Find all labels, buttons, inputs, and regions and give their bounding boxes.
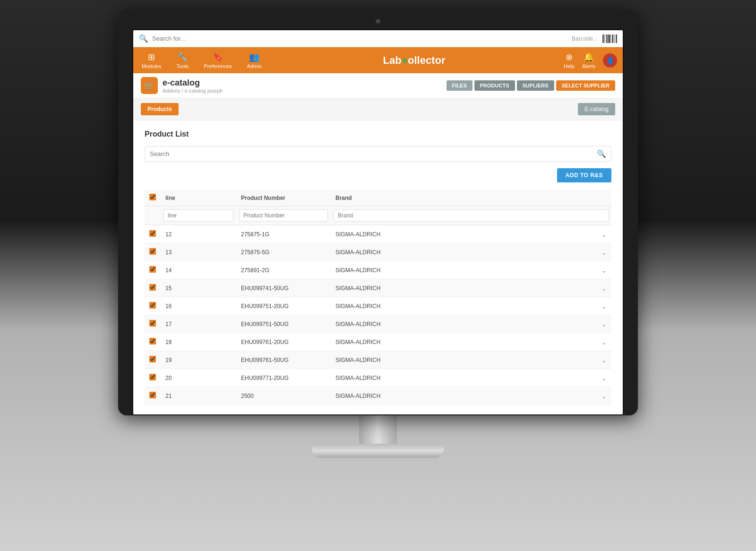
chevron-down-icon[interactable]: ⌄: [601, 284, 607, 292]
monitor-camera: [376, 19, 380, 24]
row-checkbox-5[interactable]: [149, 320, 156, 327]
row-expand-2[interactable]: ⌄: [596, 261, 611, 279]
row-product-number-1: 275875-5G: [236, 243, 331, 261]
select-all-checkbox[interactable]: [149, 194, 156, 200]
filter-line-cell: [161, 206, 236, 225]
page-header: 🛒 e-catalog Addons / e-catalog joseph FI…: [133, 73, 623, 98]
admin-icon: 👥: [249, 52, 259, 62]
table-row: 13 275875-5G SIGMA-ALDRICH ⌄: [145, 243, 611, 261]
preferences-label: Preferences: [204, 63, 232, 69]
filter-checkbox-cell: [145, 206, 161, 225]
logo: Lab●ollector: [265, 54, 564, 67]
filter-brand-input[interactable]: [334, 209, 609, 222]
modules-label: Modules: [142, 63, 162, 69]
row-brand-9: SIGMA-ALDRICH: [331, 387, 596, 405]
main-content: Product List 🔍 ADD TO R&S line: [133, 121, 623, 414]
nav-right: ⊗ Help 🔔 Alerts 👤: [564, 52, 617, 69]
row-brand-4: SIGMA-ALDRICH: [331, 297, 596, 315]
row-expand-7[interactable]: ⌄: [596, 351, 611, 369]
search-input[interactable]: [150, 150, 597, 157]
add-button-row: ADD TO R&S: [145, 168, 611, 182]
table-row: 15 EHU099741-50UG SIGMA-ALDRICH ⌄: [145, 279, 611, 297]
row-product-number-7: EHU099761-50UG: [236, 351, 331, 369]
products-nav-button[interactable]: PRODUCTS: [474, 80, 515, 91]
row-brand-6: SIGMA-ALDRICH: [331, 333, 596, 351]
row-checkbox-8[interactable]: [149, 374, 156, 380]
ecatalog-button[interactable]: E-catalog: [578, 103, 615, 115]
row-brand-2: SIGMA-ALDRICH: [331, 261, 596, 279]
modules-icon: ⊞: [148, 52, 155, 62]
row-brand-0: SIGMA-ALDRICH: [331, 225, 596, 243]
row-line-9: 21: [161, 387, 236, 405]
chevron-down-icon[interactable]: ⌄: [601, 374, 607, 382]
monitor: 🔍 Barcode... ⊞ Modules: [118, 9, 638, 415]
chevron-down-icon[interactable]: ⌄: [601, 338, 607, 346]
chevron-down-icon[interactable]: ⌄: [601, 249, 607, 256]
row-line-6: 18: [161, 333, 236, 351]
chevron-down-icon[interactable]: ⌄: [601, 392, 607, 400]
chevron-down-icon[interactable]: ⌄: [601, 267, 607, 274]
products-button[interactable]: Products: [141, 103, 179, 115]
row-product-number-0: 275875-1G: [236, 225, 331, 243]
chevron-down-icon[interactable]: ⌄: [601, 356, 607, 364]
table-row: 16 EHU099751-20UG SIGMA-ALDRICH ⌄: [145, 297, 611, 315]
row-product-number-9: 2500: [236, 387, 331, 405]
row-checkbox-4[interactable]: [149, 302, 156, 309]
row-checkbox-0[interactable]: [149, 230, 156, 237]
row-expand-6[interactable]: ⌄: [596, 333, 611, 351]
chevron-down-icon[interactable]: ⌄: [601, 302, 607, 310]
files-button[interactable]: FILES: [447, 80, 472, 91]
row-expand-5[interactable]: ⌄: [596, 315, 611, 333]
row-line-0: 12: [161, 225, 236, 243]
row-checkbox-cell: [145, 297, 161, 315]
table-row: 21 2500 SIGMA-ALDRICH ⌄: [145, 387, 611, 405]
row-expand-1[interactable]: ⌄: [596, 243, 611, 261]
sidebar-item-tools[interactable]: 🔧 Tools: [174, 50, 192, 71]
row-checkbox-cell: [145, 369, 161, 387]
row-brand-5: SIGMA-ALDRICH: [331, 315, 596, 333]
sidebar-item-modules[interactable]: ⊞ Modules: [139, 50, 164, 71]
alerts-button[interactable]: 🔔 Alerts: [582, 52, 595, 69]
chevron-down-icon[interactable]: ⌄: [601, 231, 607, 238]
user-avatar[interactable]: 👤: [603, 53, 617, 68]
filter-line-input[interactable]: [163, 209, 233, 222]
row-checkbox-1[interactable]: [149, 248, 156, 255]
row-expand-8[interactable]: ⌄: [596, 369, 611, 387]
row-line-7: 19: [161, 351, 236, 369]
row-expand-4[interactable]: ⌄: [596, 297, 611, 315]
row-checkbox-cell: [145, 279, 161, 297]
header-line: line: [161, 190, 236, 206]
help-icon: ⊗: [566, 52, 573, 62]
row-checkbox-6[interactable]: [149, 338, 156, 344]
row-expand-3[interactable]: ⌄: [596, 279, 611, 297]
row-checkbox-7[interactable]: [149, 356, 156, 362]
monitor-screen: 🔍 Barcode... ⊞ Modules: [132, 29, 624, 415]
barcode-label: Barcode...: [572, 35, 598, 42]
row-expand-0[interactable]: ⌄: [596, 225, 611, 243]
row-line-1: 13: [161, 243, 236, 261]
add-to-rs-button[interactable]: ADD TO R&S: [557, 168, 611, 182]
stand-base: [312, 444, 444, 458]
row-checkbox-9[interactable]: [149, 392, 156, 398]
row-checkbox-cell: [145, 315, 161, 333]
supliers-button[interactable]: SUPLIERS: [517, 80, 554, 91]
row-brand-3: SIGMA-ALDRICH: [331, 279, 596, 297]
row-checkbox-cell: [145, 351, 161, 369]
sidebar-item-admin[interactable]: 👥 Admin: [244, 50, 265, 71]
row-checkbox-3[interactable]: [149, 284, 156, 291]
search-bar: 🔍: [145, 146, 611, 162]
filter-row: [145, 206, 611, 225]
row-line-2: 14: [161, 261, 236, 279]
filter-product-number-input[interactable]: [239, 209, 328, 222]
page-icon: 🛒: [141, 77, 158, 94]
select-supplier-button[interactable]: SELECT SUPPLIER: [556, 80, 615, 91]
help-button[interactable]: ⊗ Help: [564, 52, 575, 69]
row-checkbox-2[interactable]: [149, 266, 156, 273]
top-search-input[interactable]: [152, 35, 572, 42]
chevron-down-icon[interactable]: ⌄: [601, 320, 607, 328]
product-list-title: Product List: [145, 130, 611, 138]
row-line-3: 15: [161, 279, 236, 297]
table-row: 18 EHU099761-20UG SIGMA-ALDRICH ⌄: [145, 333, 611, 351]
row-expand-9[interactable]: ⌄: [596, 387, 611, 405]
sidebar-item-preferences[interactable]: 🔖 Preferences: [201, 50, 234, 71]
